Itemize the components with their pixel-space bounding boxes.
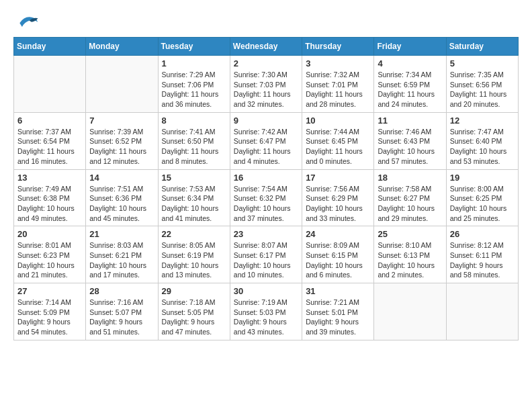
calendar-cell [86,56,158,113]
calendar-cell: 29Sunrise: 7:18 AM Sunset: 5:05 PM Dayli… [158,283,230,340]
day-info: Sunrise: 7:14 AM Sunset: 5:09 PM Dayligh… [17,298,82,337]
day-info: Sunrise: 8:09 AM Sunset: 6:15 PM Dayligh… [306,240,370,280]
day-number: 1 [162,58,226,68]
calendar-cell: 11Sunrise: 7:46 AM Sunset: 6:43 PM Dayli… [374,112,446,169]
calendar-cell: 25Sunrise: 8:10 AM Sunset: 6:13 PM Dayli… [374,226,446,283]
calendar-cell: 17Sunrise: 7:56 AM Sunset: 6:29 PM Dayli… [302,169,374,226]
calendar-header-wednesday: Wednesday [230,38,302,56]
calendar-cell [14,56,86,113]
calendar-cell [446,283,518,340]
calendar-header-saturday: Saturday [446,38,518,56]
calendar-cell: 19Sunrise: 8:00 AM Sunset: 6:25 PM Dayli… [446,169,518,226]
day-number: 25 [378,229,442,239]
calendar-cell: 8Sunrise: 7:41 AM Sunset: 6:50 PM Daylig… [158,112,230,169]
day-number: 19 [450,173,515,183]
calendar-cell: 1Sunrise: 7:29 AM Sunset: 7:06 PM Daylig… [158,56,230,113]
calendar-cell [374,283,446,340]
calendar-cell: 31Sunrise: 7:21 AM Sunset: 5:01 PM Dayli… [302,283,374,340]
day-info: Sunrise: 8:01 AM Sunset: 6:23 PM Dayligh… [17,240,82,280]
day-number: 9 [234,116,298,126]
calendar-week-row: 1Sunrise: 7:29 AM Sunset: 7:06 PM Daylig… [14,56,519,113]
day-info: Sunrise: 7:58 AM Sunset: 6:27 PM Dayligh… [378,184,442,224]
day-number: 22 [162,229,226,239]
day-info: Sunrise: 7:42 AM Sunset: 6:47 PM Dayligh… [234,127,298,167]
day-info: Sunrise: 7:37 AM Sunset: 6:54 PM Dayligh… [17,127,82,167]
day-number: 11 [378,116,442,126]
day-info: Sunrise: 7:21 AM Sunset: 5:01 PM Dayligh… [306,298,370,337]
calendar-cell: 18Sunrise: 7:58 AM Sunset: 6:27 PM Dayli… [374,169,446,226]
calendar-cell: 4Sunrise: 7:34 AM Sunset: 6:59 PM Daylig… [374,56,446,113]
day-info: Sunrise: 8:10 AM Sunset: 6:13 PM Dayligh… [378,240,442,280]
calendar-header-monday: Monday [86,38,158,56]
calendar-cell: 13Sunrise: 7:49 AM Sunset: 6:38 PM Dayli… [14,169,86,226]
calendar-header-sunday: Sunday [14,38,86,56]
calendar-cell: 21Sunrise: 8:03 AM Sunset: 6:21 PM Dayli… [86,226,158,283]
day-info: Sunrise: 7:18 AM Sunset: 5:05 PM Dayligh… [162,298,226,337]
day-number: 28 [89,286,154,296]
day-number: 16 [234,173,298,183]
day-info: Sunrise: 7:51 AM Sunset: 6:36 PM Dayligh… [89,184,154,224]
day-number: 20 [17,229,82,239]
calendar-cell: 15Sunrise: 7:53 AM Sunset: 6:34 PM Dayli… [158,169,230,226]
calendar-header-friday: Friday [374,38,446,56]
day-number: 4 [378,58,442,68]
day-info: Sunrise: 7:34 AM Sunset: 6:59 PM Dayligh… [378,70,442,109]
day-info: Sunrise: 7:39 AM Sunset: 6:52 PM Dayligh… [89,127,154,167]
day-number: 18 [378,173,442,183]
day-info: Sunrise: 7:29 AM Sunset: 7:06 PM Dayligh… [162,70,226,109]
day-number: 26 [450,229,515,239]
day-number: 2 [234,58,298,68]
day-info: Sunrise: 8:07 AM Sunset: 6:17 PM Dayligh… [234,240,298,280]
calendar-table: SundayMondayTuesdayWednesdayThursdayFrid… [13,37,519,340]
calendar-cell: 6Sunrise: 7:37 AM Sunset: 6:54 PM Daylig… [14,112,86,169]
calendar-cell: 5Sunrise: 7:35 AM Sunset: 6:56 PM Daylig… [446,56,518,113]
calendar-week-row: 13Sunrise: 7:49 AM Sunset: 6:38 PM Dayli… [14,169,519,226]
day-info: Sunrise: 7:30 AM Sunset: 7:03 PM Dayligh… [234,70,298,109]
day-number: 17 [306,173,370,183]
day-number: 8 [162,116,226,126]
calendar-cell: 20Sunrise: 8:01 AM Sunset: 6:23 PM Dayli… [14,226,86,283]
logo [13,13,43,30]
calendar-week-row: 20Sunrise: 8:01 AM Sunset: 6:23 PM Dayli… [14,226,519,283]
calendar-cell: 2Sunrise: 7:30 AM Sunset: 7:03 PM Daylig… [230,56,302,113]
day-info: Sunrise: 7:16 AM Sunset: 5:07 PM Dayligh… [89,298,154,337]
calendar-cell: 14Sunrise: 7:51 AM Sunset: 6:36 PM Dayli… [86,169,158,226]
calendar-cell: 3Sunrise: 7:32 AM Sunset: 7:01 PM Daylig… [302,56,374,113]
day-info: Sunrise: 7:47 AM Sunset: 6:40 PM Dayligh… [450,127,515,167]
day-number: 3 [306,58,370,68]
calendar-cell: 24Sunrise: 8:09 AM Sunset: 6:15 PM Dayli… [302,226,374,283]
calendar-cell: 12Sunrise: 7:47 AM Sunset: 6:40 PM Dayli… [446,112,518,169]
day-info: Sunrise: 7:53 AM Sunset: 6:34 PM Dayligh… [162,184,226,224]
day-number: 31 [306,286,370,296]
day-info: Sunrise: 7:19 AM Sunset: 5:03 PM Dayligh… [234,298,298,337]
page-header [13,13,519,30]
calendar-cell: 27Sunrise: 7:14 AM Sunset: 5:09 PM Dayli… [14,283,86,340]
day-number: 6 [17,116,82,126]
calendar-cell: 16Sunrise: 7:54 AM Sunset: 6:32 PM Dayli… [230,169,302,226]
calendar-body: 1Sunrise: 7:29 AM Sunset: 7:06 PM Daylig… [14,56,519,340]
day-info: Sunrise: 8:12 AM Sunset: 6:11 PM Dayligh… [450,240,515,280]
day-info: Sunrise: 7:35 AM Sunset: 6:56 PM Dayligh… [450,70,515,109]
day-info: Sunrise: 7:54 AM Sunset: 6:32 PM Dayligh… [234,184,298,224]
calendar-header-thursday: Thursday [302,38,374,56]
day-info: Sunrise: 8:03 AM Sunset: 6:21 PM Dayligh… [89,240,154,280]
day-number: 30 [234,286,298,296]
day-info: Sunrise: 8:00 AM Sunset: 6:25 PM Dayligh… [450,184,515,224]
day-info: Sunrise: 7:56 AM Sunset: 6:29 PM Dayligh… [306,184,370,224]
day-info: Sunrise: 7:41 AM Sunset: 6:50 PM Dayligh… [162,127,226,167]
calendar-cell: 10Sunrise: 7:44 AM Sunset: 6:45 PM Dayli… [302,112,374,169]
calendar-week-row: 6Sunrise: 7:37 AM Sunset: 6:54 PM Daylig… [14,112,519,169]
day-number: 12 [450,116,515,126]
calendar-header-tuesday: Tuesday [158,38,230,56]
day-number: 27 [17,286,82,296]
day-number: 10 [306,116,370,126]
day-info: Sunrise: 7:44 AM Sunset: 6:45 PM Dayligh… [306,127,370,167]
day-info: Sunrise: 7:32 AM Sunset: 7:01 PM Dayligh… [306,70,370,109]
calendar-header-row: SundayMondayTuesdayWednesdayThursdayFrid… [14,38,519,56]
day-info: Sunrise: 8:05 AM Sunset: 6:19 PM Dayligh… [162,240,226,280]
calendar-cell: 26Sunrise: 8:12 AM Sunset: 6:11 PM Dayli… [446,226,518,283]
calendar-cell: 23Sunrise: 8:07 AM Sunset: 6:17 PM Dayli… [230,226,302,283]
calendar-cell: 30Sunrise: 7:19 AM Sunset: 5:03 PM Dayli… [230,283,302,340]
day-number: 13 [17,173,82,183]
calendar-cell: 22Sunrise: 8:05 AM Sunset: 6:19 PM Dayli… [158,226,230,283]
